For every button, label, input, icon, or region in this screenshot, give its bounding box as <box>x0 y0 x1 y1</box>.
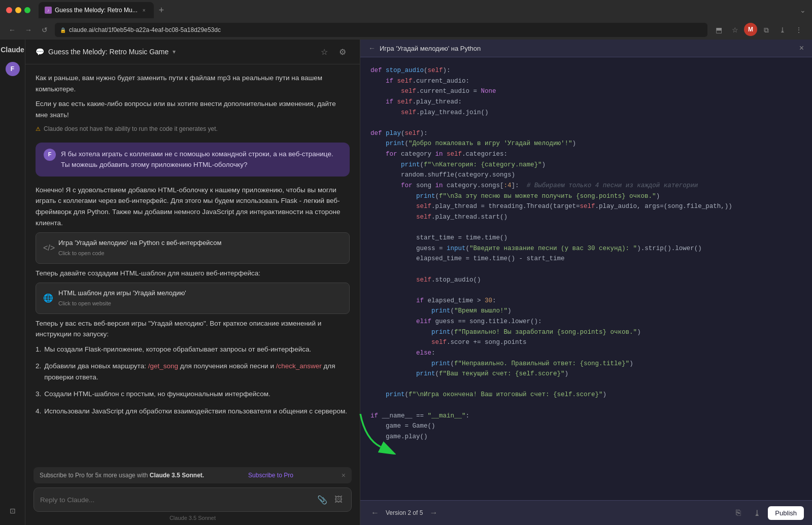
screen-cast-button[interactable]: ⬒ <box>712 23 726 37</box>
tab-favicon: ♪ <box>45 7 52 14</box>
star-button[interactable]: ☆ <box>317 45 331 59</box>
active-tab[interactable]: ♪ Guess the Melody: Retro Mu... × <box>39 2 154 18</box>
chat-icon: 💬 <box>36 48 44 56</box>
chat-model-label: Claude 3.5 Sonnet <box>33 515 352 521</box>
message-1-p2: Если у вас есть какие-либо вопросы или в… <box>36 98 350 120</box>
warning-icon: ⚠ <box>36 125 41 134</box>
user-message-text: Я бы хотела играть с коллегами не с помо… <box>61 149 342 170</box>
forward-button[interactable]: → <box>22 24 35 36</box>
version-forward-button[interactable]: → <box>427 506 440 519</box>
bookmark-button[interactable]: ☆ <box>728 23 742 37</box>
chat-footer: Subscribe to Pro for 5x more usage with … <box>25 463 360 525</box>
subscribe-link[interactable]: Subscribe to Pro <box>248 472 293 479</box>
main-content: 💬 Guess the Melody: Retro Music Game ▾ ☆… <box>25 40 812 525</box>
menu-button[interactable]: ⋮ <box>792 23 806 37</box>
chat-dropdown-icon[interactable]: ▾ <box>173 48 176 55</box>
message-2-p1: Конечно! Я с удовольствием добавлю HTML-… <box>36 185 350 228</box>
web-artifact-title: HTML шаблон для игры 'Угадай мелодию' <box>58 288 342 299</box>
traffic-lights <box>6 7 30 13</box>
assistant-message-2: Конечно! Я с удовольствием добавлю HTML-… <box>36 185 350 420</box>
code-content: def stop_audio(self): if self.current_au… <box>360 57 812 500</box>
warning-notice: ⚠ Claude does not have the ability to ru… <box>36 124 350 134</box>
copy-button[interactable]: ⎘ <box>731 506 746 520</box>
list-item-3: 3. Создали HTML-шаблон с простым, но фун… <box>36 389 350 400</box>
message-input[interactable] <box>40 496 312 504</box>
message-1-p1: Как и раньше, вам нужно будет заменить п… <box>36 73 350 94</box>
globe-icon: 🌐 <box>43 292 53 305</box>
version-back-button[interactable]: ← <box>368 506 382 519</box>
chat-messages: Как и раньше, вам нужно будет заменить п… <box>25 64 360 463</box>
nav-bar: ← → ↺ 🔒 claude.ai/chat/1f0eb54b-a22a-4ea… <box>0 20 812 40</box>
code-artifact-title: Игра 'Угадай мелодию' на Python с веб-ин… <box>58 238 342 249</box>
message-4-p1: Теперь у вас есть веб-версия игры "Угада… <box>36 318 350 340</box>
list-item-1: 1. Мы создали Flask-приложение, которое … <box>36 344 350 355</box>
web-artifact-1[interactable]: 🌐 HTML шаблон для игры 'Угадай мелодию' … <box>36 283 350 313</box>
list-text-1: Мы создали Flask-приложение, которое обр… <box>44 344 311 355</box>
code-panel-title: Игра 'Угадай мелодию' на Python <box>380 45 795 52</box>
tab-list-button[interactable]: ⌄ <box>800 6 806 14</box>
sidebar: Claude F ⊡ <box>0 40 25 525</box>
warning-text: Claude does not have the ability to run … <box>44 124 218 134</box>
message-3-p1: Теперь давайте создадим HTML-шаблон для … <box>36 268 350 279</box>
list-item-4: 4. Использовали JavaScript для обработки… <box>36 406 350 417</box>
settings-button[interactable]: ⚙ <box>335 45 350 59</box>
user-avatar[interactable]: F <box>6 62 20 76</box>
code-panel-back-button[interactable]: ← <box>368 44 376 52</box>
image-button[interactable]: 🖼 <box>332 493 345 506</box>
list-text-4: Использовали JavaScript для обработки вз… <box>44 406 347 417</box>
address-text: claude.ai/chat/1f0eb54b-a22a-4eaf-bc08-5… <box>69 26 221 33</box>
tabs-bar: ♪ Guess the Melody: Retro Mu... × + ⌄ <box>39 2 806 18</box>
extensions-button[interactable]: ⧉ <box>759 23 773 37</box>
new-tab-button[interactable]: + <box>156 5 167 16</box>
tab-title: Guess the Melody: Retro Mu... <box>55 7 138 14</box>
code-panel: ← Игра 'Угадай мелодию' на Python × def … <box>360 40 812 525</box>
user-message: F Я бы хотела играть с коллегами не с по… <box>36 143 350 177</box>
get-song-link[interactable]: /get_song <box>148 362 178 370</box>
app-body: Claude F ⊡ 💬 Guess the Melody: Retro Mus… <box>0 40 812 525</box>
web-artifact-info: HTML шаблон для игры 'Угадай мелодию' Cl… <box>58 288 342 308</box>
attach-button[interactable]: 📎 <box>316 493 329 506</box>
nav-actions: ⬒ ☆ M ⧉ ⤓ ⋮ <box>712 23 806 37</box>
list-item-2: 2. Добавили два новых маршрута: /get_son… <box>36 361 350 382</box>
code-artifact-subtitle: Click to open code <box>58 249 342 258</box>
lock-icon: 🔒 <box>60 27 66 33</box>
title-bar: ♪ Guess the Melody: Retro Mu... × + ⌄ <box>0 0 812 20</box>
address-bar[interactable]: 🔒 claude.ai/chat/1f0eb54b-a22a-4eaf-bc08… <box>55 23 707 37</box>
code-panel-footer: ← Version 2 of 5 → ⎘ ⤓ Publish <box>360 500 812 525</box>
download-button[interactable]: ⤓ <box>750 506 764 520</box>
subscribe-text: Subscribe to Pro for 5x more usage with … <box>40 472 204 479</box>
chat-header-actions: ☆ ⚙ <box>317 45 350 59</box>
list-text-3: Создали HTML-шаблон с простым, но функци… <box>44 389 270 400</box>
code-artifact-info: Игра 'Угадай мелодию' на Python с веб-ин… <box>58 238 342 258</box>
chat-panel: 💬 Guess the Melody: Retro Music Game ▾ ☆… <box>25 40 360 525</box>
code-panel-close-button[interactable]: × <box>799 44 804 53</box>
user-message-avatar: F <box>44 149 56 161</box>
back-button[interactable]: ← <box>6 24 18 36</box>
chat-header: 💬 Guess the Melody: Retro Music Game ▾ ☆… <box>25 40 360 64</box>
tab-close-button[interactable]: × <box>141 7 148 14</box>
sidebar-expand-button[interactable]: ⊡ <box>5 503 21 519</box>
close-window-button[interactable] <box>6 7 12 13</box>
app-logo: Claude <box>1 46 24 54</box>
profile-avatar[interactable]: M <box>744 23 757 36</box>
web-artifact-subtitle: Click to open website <box>58 299 342 308</box>
code-panel-header: ← Игра 'Угадай мелодию' на Python × <box>360 40 812 57</box>
input-actions: 📎 🖼 <box>316 493 345 506</box>
input-area: 📎 🖼 <box>33 487 352 512</box>
chat-title: Guess the Melody: Retro Music Game <box>48 48 168 56</box>
subscribe-close-button[interactable]: × <box>342 471 346 479</box>
minimize-window-button[interactable] <box>15 7 21 13</box>
code-artifact-1[interactable]: </> Игра 'Угадай мелодию' на Python с ве… <box>36 232 350 263</box>
check-answer-link[interactable]: /check_answer <box>276 362 322 370</box>
publish-button[interactable]: Publish <box>768 506 804 520</box>
downloads-button[interactable]: ⤓ <box>775 23 790 37</box>
refresh-button[interactable]: ↺ <box>39 24 51 36</box>
code-icon: </> <box>43 241 53 255</box>
maximize-window-button[interactable] <box>24 7 30 13</box>
browser-chrome: ♪ Guess the Melody: Retro Mu... × + ⌄ ← … <box>0 0 812 40</box>
app-container: Claude F ⊡ 💬 Guess the Melody: Retro Mus… <box>0 40 812 525</box>
list-text-2: Добавили два новых маршрута: /get_song д… <box>44 361 350 382</box>
version-nav: ← Version 2 of 5 → <box>368 506 727 519</box>
subscribe-banner: Subscribe to Pro for 5x more usage with … <box>33 467 352 483</box>
version-text: Version 2 of 5 <box>386 509 423 516</box>
